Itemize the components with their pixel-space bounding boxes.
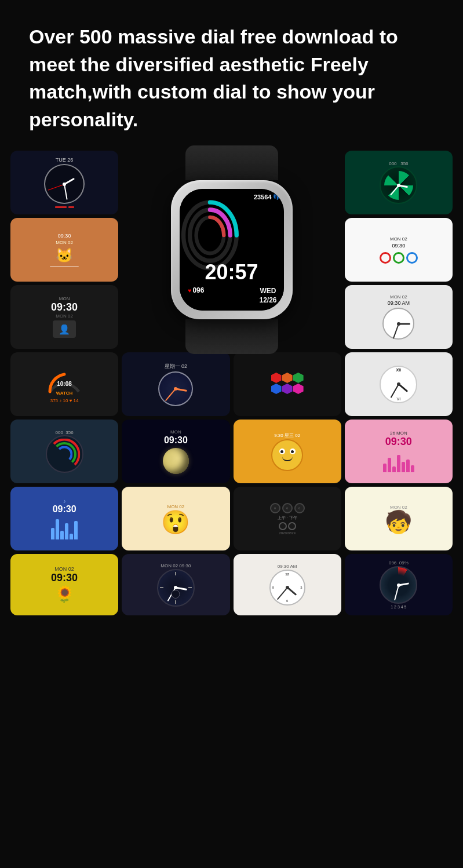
watch-date: 12/26 — [259, 296, 276, 305]
watch-face-20[interactable]: 26 MON 09:30 — [345, 420, 453, 483]
watch-face-22[interactable]: MON 02 😲 — [122, 487, 229, 550]
header-section: Over 500 massive dial free download to m… — [0, 0, 463, 151]
watch-face-13[interactable] — [234, 352, 341, 416]
watch-bpm: 096 — [192, 286, 204, 294]
watch-face-6[interactable]: MON 02 09:30 — [345, 218, 453, 282]
svg-text:10:08: 10:08 — [57, 381, 72, 387]
watch-face-23[interactable]: ○ ○ ○ 上午 · 下午 2020/0829 — [234, 487, 341, 550]
watch-face-19[interactable]: 9:30 星三 02 — [234, 420, 341, 483]
watch-faces-grid: TUE 26 — [5, 151, 458, 621]
watch-face-26[interactable]: MON 02 09:30 — [122, 554, 229, 615]
watch-face-11[interactable]: WATCH 10:08 375 ♪ 10 ♥ 14 — [10, 352, 118, 416]
watch-display: 23564 👣 20:57 ♥ 096 — [180, 189, 284, 311]
watch-face-14[interactable]: XII VI — [345, 352, 453, 416]
band-bottom — [185, 319, 278, 354]
watch-face-5[interactable]: 000 356 — [345, 151, 453, 214]
watch-face-8[interactable]: MON 09:30 MON 02 👤 — [10, 285, 118, 349]
band-top — [185, 145, 278, 180]
watch-face-12[interactable]: 星期一 02 — [122, 352, 229, 416]
watch-day: WED — [259, 287, 276, 296]
watch-face-27[interactable]: 09:30 AM 12 3 9 6 — [234, 554, 341, 615]
watch-faces-area: TUE 26 — [0, 151, 463, 627]
page-container: Over 500 massive dial free download to m… — [0, 0, 463, 627]
center-watch-cell: 23564 👣 20:57 ♥ 096 — [122, 151, 341, 349]
watch-housing: 23564 👣 20:57 ♥ 096 — [171, 180, 293, 319]
watch-face-1[interactable]: TUE 26 — [10, 151, 118, 214]
watch-face-7[interactable]: 09:30 MON 02 🐱 — [10, 218, 118, 282]
watch-face-25[interactable]: MON 02 09:30 🌻 — [10, 554, 118, 615]
watch-face-28[interactable]: 096 09% 1 2 3 4 5 — [345, 554, 453, 615]
main-watch-time: 20:57 — [205, 260, 258, 285]
watch-face-21[interactable]: ♪ 09:30 — [10, 487, 118, 550]
center-watch: 23564 👣 20:57 ♥ 096 — [168, 145, 296, 354]
steps-count: 23564 — [254, 194, 272, 200]
header-title: Over 500 massive dial free download to m… — [29, 23, 434, 133]
svg-text:WATCH: WATCH — [56, 391, 73, 396]
watch-face-10[interactable]: MON 02 09:30 AM — [345, 285, 453, 349]
watch-face-24[interactable]: MON 02 🧒 — [345, 487, 453, 550]
watch-face-18[interactable]: MON 09:30 — [122, 420, 229, 483]
watch-face-17[interactable]: 000 356 — [10, 420, 118, 483]
